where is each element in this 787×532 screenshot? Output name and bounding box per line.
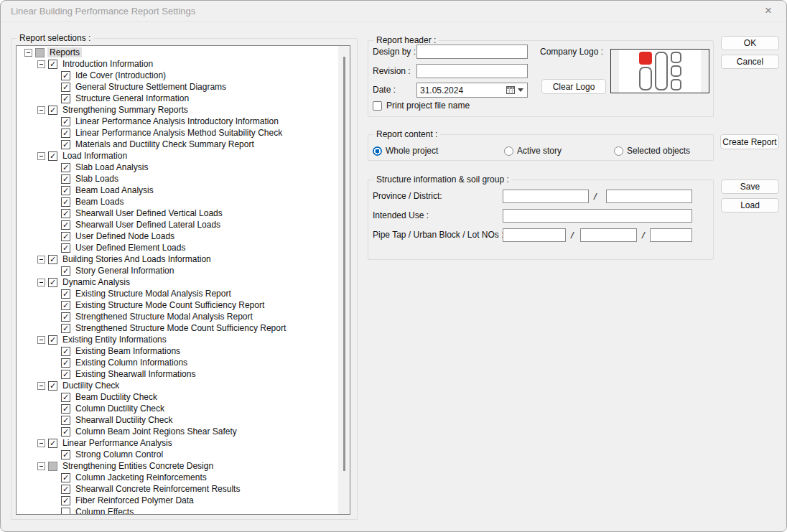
tree-checkbox[interactable]: ✓	[61, 243, 70, 253]
tree-checkbox[interactable]: ✓	[61, 117, 70, 126]
radio-option-active-story[interactable]: Active story	[504, 146, 562, 156]
tree-item[interactable]: ✓Shearwall Concrete Reinforcement Result…	[17, 483, 350, 495]
tree-collapse-icon[interactable]	[37, 152, 45, 160]
tree-item[interactable]: ✓Existing Column Informations	[17, 357, 350, 368]
cancel-button[interactable]: Cancel	[721, 55, 779, 69]
tree-item[interactable]: ✓Dynamic Analysis	[17, 276, 350, 288]
tree-item[interactable]: Column Effects	[17, 506, 350, 515]
tree-checkbox[interactable]: ✓	[61, 347, 70, 356]
tree-checkbox[interactable]: ✓	[61, 427, 70, 437]
district-input[interactable]	[606, 190, 692, 203]
chevron-down-icon[interactable]	[518, 88, 523, 92]
tree-checkbox[interactable]: ✓	[61, 220, 70, 230]
intended-use-input[interactable]	[503, 209, 692, 223]
tree-checkbox[interactable]: ✓	[48, 381, 57, 391]
radio-icon[interactable]	[614, 146, 623, 156]
tree-scrollbar[interactable]	[338, 46, 350, 514]
tree-checkbox[interactable]: ✓	[61, 450, 70, 459]
tree-checkbox[interactable]: ✓	[61, 370, 70, 379]
tree-checkbox[interactable]: ✓	[61, 174, 70, 184]
clear-logo-button[interactable]: Clear Logo	[541, 79, 606, 94]
tree-item[interactable]: ✓Materials and Ductility Check Summary R…	[17, 139, 350, 150]
lot-no-input[interactable]	[650, 228, 692, 242]
pipe-tap-input[interactable]	[503, 228, 566, 242]
tree-item[interactable]: ✓General Structure Settlement Diagrams	[17, 81, 350, 93]
tree-checkbox[interactable]: ✓	[61, 289, 70, 299]
tree-item[interactable]: ✓Beam Ductility Check	[17, 391, 350, 403]
tree-item[interactable]: ✓Linear Performance Analysis Method Suit…	[17, 127, 350, 139]
tree-item[interactable]: ✓Shearwall Ductility Check	[17, 414, 350, 426]
tree-checkbox[interactable]: ✓	[61, 393, 70, 402]
tree-checkbox[interactable]: ✓	[61, 186, 70, 195]
tree-checkbox[interactable]: ✓	[61, 209, 70, 218]
tree-collapse-icon[interactable]	[37, 106, 45, 114]
tree-item[interactable]: ✓Beam Load Analysis	[17, 185, 350, 196]
tree-checkbox[interactable]	[61, 508, 70, 515]
tree-checkbox[interactable]: ✓	[61, 312, 70, 322]
tree-item[interactable]: ✓Column Jacketing Reinforcements	[17, 472, 350, 483]
tree-item[interactable]: ✓Existing Structure Modal Analysis Repor…	[17, 288, 350, 299]
tree-checkbox[interactable]: ✓	[61, 140, 70, 149]
calendar-icon[interactable]	[506, 86, 515, 94]
print-project-file-name-option[interactable]: Print project file name	[373, 101, 470, 111]
tree-item[interactable]: ✓Introduction Information	[17, 58, 350, 70]
tree-item[interactable]: ✓Column Beam Joint Regions Shear Safety	[17, 426, 350, 437]
tree-item[interactable]: ✓Story General Information	[17, 265, 350, 276]
tree-collapse-icon[interactable]	[24, 49, 32, 57]
tree-item[interactable]: ✓Ide Cover (Introduction)	[17, 70, 350, 81]
design-by-input[interactable]	[416, 45, 528, 59]
tree-item[interactable]: ✓Strengthening Summary Reports	[17, 104, 350, 116]
tree-item[interactable]: ✓User Defined Element Loads	[17, 242, 350, 253]
tree-item[interactable]: ✓Existing Entity Informations	[17, 334, 350, 345]
tree-item[interactable]: ✓Shearwall User Defined Vertical Loads	[17, 207, 350, 219]
tree-checkbox[interactable]: ✓	[61, 197, 70, 207]
tree-collapse-icon[interactable]	[37, 60, 45, 68]
create-report-button[interactable]: Create Report	[720, 134, 779, 149]
tree-item[interactable]: Strengthening Entities Concrete Design	[17, 460, 350, 472]
tree-item[interactable]: ✓Column Ductility Check	[17, 403, 350, 414]
tree-collapse-icon[interactable]	[37, 462, 45, 470]
tree-checkbox[interactable]: ✓	[61, 163, 70, 172]
tree-item[interactable]: Reports	[17, 47, 350, 58]
date-picker[interactable]: 31.05.2024	[416, 83, 528, 98]
tree-checkbox[interactable]: ✓	[61, 404, 70, 414]
tree-scrollbar-thumb[interactable]	[343, 57, 345, 471]
tree-checkbox[interactable]: ✓	[61, 71, 70, 80]
tree-checkbox[interactable]: ✓	[48, 335, 57, 345]
tree-collapse-icon[interactable]	[37, 279, 45, 286]
tree-item[interactable]: ✓Building Stories And Loads Information	[17, 253, 350, 265]
tree-checkbox[interactable]: ✓	[61, 473, 70, 482]
tree-item[interactable]: ✓Shearwall User Defined Lateral Loads	[17, 219, 350, 230]
tree-item[interactable]: ✓Slab Load Analysis	[17, 162, 350, 173]
tree-checkbox[interactable]: ✓	[61, 485, 70, 494]
tree-checkbox[interactable]: ✓	[48, 255, 57, 264]
urban-block-input[interactable]	[580, 228, 637, 242]
tree-item[interactable]: ✓Existing Shearwall Informations	[17, 368, 350, 380]
tree-checkbox[interactable]: ✓	[48, 60, 57, 69]
tree-item[interactable]: ✓Strengthened Structure Modal Analysis R…	[17, 311, 350, 322]
tree-item[interactable]: ✓Beam Loads	[17, 196, 350, 207]
tree-item[interactable]: ✓Existing Beam Informations	[17, 345, 350, 357]
tree-checkbox[interactable]: ✓	[61, 416, 70, 425]
radio-option-whole-project[interactable]: Whole project	[373, 146, 438, 156]
tree-checkbox[interactable]: ✓	[61, 496, 70, 505]
tree-item[interactable]: ✓Strengthened Structure Mode Count Suffi…	[17, 322, 350, 334]
tree-collapse-icon[interactable]	[37, 382, 45, 390]
tree-checkbox[interactable]: ✓	[61, 266, 70, 276]
tree-checkbox[interactable]: ✓	[61, 94, 70, 103]
tree-item[interactable]: ✓Fiber Reinforced Polymer Data	[17, 495, 350, 506]
tree-checkbox[interactable]: ✓	[48, 439, 57, 448]
tree-checkbox[interactable]: ✓	[61, 301, 70, 310]
tree-checkbox[interactable]: ✓	[61, 324, 70, 333]
ok-button[interactable]: OK	[721, 36, 779, 50]
tree-item[interactable]: ✓Load Information	[17, 150, 350, 162]
print-project-checkbox[interactable]	[373, 101, 382, 111]
tree-checkbox[interactable]: ✓	[61, 83, 70, 92]
radio-icon[interactable]	[504, 146, 513, 156]
tree-item[interactable]: ✓Existing Structure Mode Count Sufficien…	[17, 299, 350, 311]
tree-collapse-icon[interactable]	[37, 256, 45, 263]
revision-input[interactable]	[416, 64, 528, 78]
tree-item[interactable]: ✓Strong Column Control	[17, 449, 350, 460]
tree-checkbox[interactable]	[48, 462, 57, 471]
tree-item[interactable]: ✓Slab Loads	[17, 173, 350, 185]
